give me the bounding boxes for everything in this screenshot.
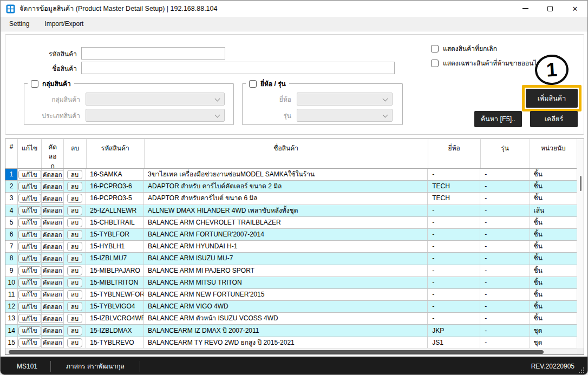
horizontal-scrollbar[interactable] bbox=[5, 348, 577, 354]
row-number-cell[interactable]: 4 bbox=[5, 205, 18, 216]
row-number-cell[interactable]: 12 bbox=[5, 301, 18, 312]
copy-button[interactable]: คัดลอก bbox=[42, 302, 64, 311]
product-group-label: กลุ่มสินค้า bbox=[24, 94, 86, 104]
copy-button[interactable]: คัดลอก bbox=[42, 218, 64, 227]
show-online-banned-checkbox[interactable] bbox=[431, 60, 439, 67]
edit-button[interactable]: แก้ไข bbox=[18, 266, 41, 275]
copy-button[interactable]: คัดลอก bbox=[42, 194, 64, 203]
edit-button[interactable]: แก้ไข bbox=[18, 230, 41, 239]
row-number-cell[interactable]: 14 bbox=[5, 325, 18, 336]
copy-button[interactable]: คัดลอก bbox=[42, 230, 64, 239]
chevron-down-icon bbox=[215, 113, 220, 118]
copy-button[interactable]: คัดลอก bbox=[42, 314, 64, 323]
row-number-cell[interactable]: 10 bbox=[5, 277, 18, 288]
vertical-scrollbar[interactable] bbox=[577, 139, 584, 348]
clear-button[interactable]: เคลียร์ bbox=[530, 111, 578, 127]
edit-button[interactable]: แก้ไข bbox=[18, 290, 41, 299]
delete-button[interactable]: ลบ bbox=[67, 182, 82, 191]
minimize-button[interactable] bbox=[513, 1, 538, 17]
copy-button[interactable]: คัดลอก bbox=[42, 278, 64, 287]
delete-button[interactable]: ลบ bbox=[67, 206, 82, 215]
resize-grip[interactable] bbox=[583, 372, 584, 373]
delete-button[interactable]: ลบ bbox=[67, 314, 82, 323]
edit-button[interactable]: แก้ไข bbox=[18, 278, 41, 287]
copy-button[interactable]: คัดลอก bbox=[42, 206, 64, 215]
delete-button[interactable]: ลบ bbox=[67, 218, 82, 227]
product-code-input[interactable] bbox=[81, 47, 225, 60]
app-grid-icon bbox=[6, 4, 15, 14]
product-name-label: ชื่อสินค้า bbox=[5, 63, 77, 74]
product-code-cell: 15-IZBLVCRO4WF bbox=[86, 313, 144, 324]
delete-button[interactable]: ลบ bbox=[67, 194, 82, 203]
copy-button[interactable]: คัดลอก bbox=[42, 254, 64, 263]
menu-item-import-export[interactable]: Import/Export bbox=[37, 17, 91, 31]
product-name-cell: ADAPTOR สำหรับคาร์ไบต์ ขนาด 6 มิล bbox=[144, 193, 428, 204]
row-number-cell[interactable]: 11 bbox=[5, 289, 18, 300]
row-number-cell[interactable]: 7 bbox=[5, 241, 18, 252]
col-header-copy: คัดลอก bbox=[42, 139, 64, 168]
product-type-select[interactable] bbox=[86, 109, 225, 122]
delete-button[interactable]: ลบ bbox=[67, 266, 82, 275]
copy-button[interactable]: คัดลอก bbox=[42, 290, 64, 299]
edit-button[interactable]: แก้ไข bbox=[18, 182, 41, 191]
table-row: 6 แก้ไข คัดลอก ลบ 15-TYBLFOR BALANCE ARM… bbox=[5, 229, 577, 241]
copy-button[interactable]: คัดลอก bbox=[42, 266, 64, 275]
maximize-button[interactable] bbox=[538, 1, 563, 17]
model-select[interactable] bbox=[297, 109, 393, 122]
row-number-cell[interactable]: 8 bbox=[5, 253, 18, 264]
delete-button[interactable]: ลบ bbox=[67, 326, 82, 335]
delete-button[interactable]: ลบ bbox=[67, 254, 82, 263]
edit-button[interactable]: แก้ไข bbox=[18, 206, 41, 215]
show-cancelled-checkbox[interactable] bbox=[431, 45, 439, 52]
copy-button[interactable]: คัดลอก bbox=[42, 170, 64, 179]
product-group-select[interactable] bbox=[86, 93, 225, 106]
delete-button[interactable]: ลบ bbox=[67, 278, 82, 287]
edit-button[interactable]: แก้ไข bbox=[18, 302, 41, 311]
row-number-cell[interactable]: 9 bbox=[5, 265, 18, 277]
model-cell: - bbox=[480, 265, 530, 277]
unit-cell: ชิ้น bbox=[530, 301, 577, 312]
copy-button[interactable]: คัดลอก bbox=[42, 326, 64, 335]
row-number-cell[interactable]: 5 bbox=[5, 217, 18, 228]
edit-button[interactable]: แก้ไข bbox=[18, 314, 41, 323]
row-number-cell[interactable]: 13 bbox=[5, 313, 18, 324]
model-cell: - bbox=[480, 313, 530, 324]
brand-label: ยี่ห้อ bbox=[243, 94, 297, 104]
copy-button[interactable]: คัดลอก bbox=[42, 182, 64, 191]
vertical-scrollbar-thumb[interactable] bbox=[580, 176, 582, 191]
horizontal-scrollbar-thumb[interactable] bbox=[9, 350, 544, 354]
menu-item-setting[interactable]: Setting bbox=[1, 17, 37, 31]
product-name-cell: BALANCE ARM CHEVROLET TRAILBLAZER bbox=[144, 217, 428, 228]
add-product-button[interactable]: เพิ่มสินค้า bbox=[526, 89, 578, 108]
row-number-cell[interactable]: 3 bbox=[5, 193, 18, 204]
delete-button[interactable]: ลบ bbox=[67, 302, 82, 311]
product-code-cell: 15-CHBLTRAIL bbox=[86, 217, 144, 228]
edit-button[interactable]: แก้ไข bbox=[18, 170, 41, 179]
row-number-cell[interactable]: 1 bbox=[5, 169, 18, 180]
delete-button[interactable]: ลบ bbox=[67, 230, 82, 239]
edit-button[interactable]: แก้ไข bbox=[18, 194, 41, 203]
delete-button[interactable]: ลบ bbox=[67, 242, 82, 251]
product-name-input[interactable] bbox=[81, 62, 395, 74]
row-number-cell[interactable]: 15 bbox=[5, 337, 18, 348]
status-divider bbox=[140, 361, 140, 372]
delete-button[interactable]: ลบ bbox=[67, 338, 82, 347]
close-button[interactable]: ✕ bbox=[563, 1, 587, 17]
product-code-cell: 15-HYBLH1 bbox=[86, 241, 144, 252]
brand-select[interactable] bbox=[297, 93, 393, 106]
row-number-cell[interactable]: 6 bbox=[5, 229, 18, 240]
copy-button[interactable]: คัดลอก bbox=[42, 338, 64, 347]
table-body: 1 แก้ไข คัดลอก ลบ 16-SAMKA 3ขาไฮเทค เครื… bbox=[5, 169, 577, 348]
edit-button[interactable]: แก้ไข bbox=[18, 338, 41, 347]
row-number-cell[interactable]: 2 bbox=[5, 181, 18, 192]
search-button[interactable]: ค้นหา [F5].. bbox=[474, 111, 522, 127]
product-group-checkbox[interactable] bbox=[31, 80, 38, 88]
brand-model-checkbox[interactable] bbox=[249, 80, 257, 88]
copy-button[interactable]: คัดลอก bbox=[42, 242, 64, 251]
edit-button[interactable]: แก้ไข bbox=[18, 326, 41, 335]
delete-button[interactable]: ลบ bbox=[67, 170, 82, 179]
edit-button[interactable]: แก้ไข bbox=[18, 218, 41, 227]
delete-button[interactable]: ลบ bbox=[67, 290, 82, 299]
edit-button[interactable]: แก้ไข bbox=[18, 242, 41, 251]
edit-button[interactable]: แก้ไข bbox=[18, 254, 41, 263]
